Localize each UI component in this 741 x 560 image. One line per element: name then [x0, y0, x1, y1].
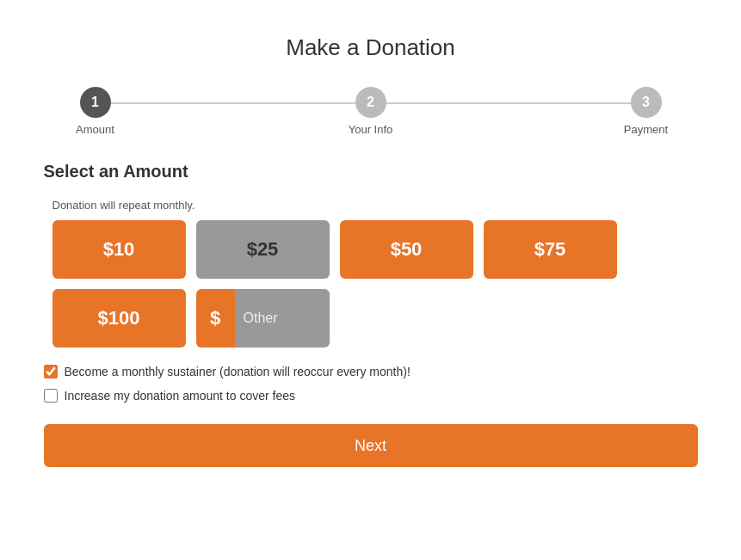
step-circle-3: 3 [631, 87, 662, 118]
monthly-repeat-text: Donation will repeat monthly. [52, 199, 698, 212]
donation-form: Make a Donation 1 Amount 2 Your Info 3 P… [18, 17, 724, 493]
cover-fees-text: Increase my donation amount to cover fee… [65, 389, 295, 403]
monthly-sustainer-text: Become a monthly sustainer (donation wil… [65, 365, 411, 378]
amount-btn-75[interactable]: $75 [484, 220, 617, 279]
step-circle-2: 2 [355, 87, 386, 118]
step-label-payment: Payment [624, 123, 668, 136]
stepper: 1 Amount 2 Your Info 3 Payment [44, 87, 698, 136]
other-dollar-sign: $ [196, 289, 235, 348]
other-group: $ [196, 289, 330, 348]
step-payment: 3 Payment [603, 87, 689, 136]
cover-fees-checkbox[interactable] [44, 389, 58, 403]
other-input[interactable] [235, 289, 330, 348]
amount-btn-25[interactable]: $25 [196, 220, 330, 279]
step-circle-1: 1 [80, 87, 111, 118]
amounts-grid: $10 $25 $50 $75 $100 $ [52, 220, 698, 348]
cover-fees-label[interactable]: Increase my donation amount to cover fee… [44, 389, 698, 403]
amount-btn-10[interactable]: $10 [52, 220, 186, 279]
page-title: Make a Donation [44, 34, 698, 61]
step-amount: 1 Amount [52, 87, 139, 136]
step-label-amount: Amount [76, 123, 114, 136]
amount-btn-100[interactable]: $100 [52, 289, 186, 348]
select-amount-heading: Select an Amount [44, 162, 698, 182]
step-your-info: 2 Your Info [328, 87, 414, 136]
checkbox-group: Become a monthly sustainer (donation wil… [44, 365, 698, 403]
next-button[interactable]: Next [44, 424, 698, 467]
amount-btn-50[interactable]: $50 [340, 220, 473, 279]
monthly-sustainer-label[interactable]: Become a monthly sustainer (donation wil… [44, 365, 698, 378]
monthly-sustainer-checkbox[interactable] [44, 365, 58, 378]
step-label-your-info: Your Info [349, 123, 393, 136]
